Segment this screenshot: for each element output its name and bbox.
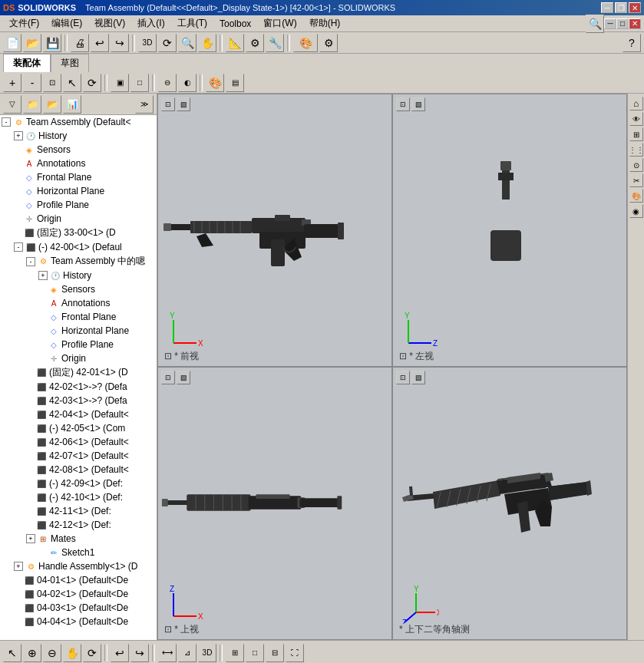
measure-button[interactable]: 📐: [226, 34, 244, 52]
minimize-button[interactable]: ─: [601, 2, 613, 13]
tree-item-sketch1[interactable]: ✏ Sketch1: [0, 546, 157, 559]
tree-item-p42-12[interactable]: ⬛ 42-12<1> (Def:: [0, 518, 157, 532]
rs-realview-btn[interactable]: ◉: [629, 204, 643, 218]
view-iso-display-btn[interactable]: ⊡: [396, 371, 410, 384]
tree-item-p42-04[interactable]: ⬛ 42-04<1> (Default<: [0, 407, 157, 421]
folder1-icon[interactable]: 📁: [23, 95, 41, 114]
tree-item-p42-07[interactable]: ⬛ 42-07<1> (Default<: [0, 449, 157, 463]
view-dynamic[interactable]: ◐: [178, 74, 197, 92]
view-left-wire-btn[interactable]: ▧: [411, 97, 425, 111]
tree-item-p42-05[interactable]: ⬛ (-) 42-05<1> (Com: [0, 421, 157, 435]
chart-icon[interactable]: 📊: [63, 95, 81, 114]
tab-drawing[interactable]: 草图: [51, 54, 89, 72]
tree-item-history2[interactable]: + 🕐 History: [0, 269, 157, 282]
redo-button[interactable]: ↪: [111, 34, 129, 52]
view-front[interactable]: ⊡ ▧: [157, 94, 392, 367]
new-button[interactable]: 📄: [3, 34, 21, 52]
tab-assembly[interactable]: 装配体: [3, 54, 51, 72]
pan-button[interactable]: ✋: [198, 34, 216, 52]
tree-item-p04-04[interactable]: ⬛ 04-04<1> (Default<De: [0, 615, 157, 628]
menu-tools[interactable]: 工具(T): [171, 15, 213, 31]
print-button[interactable]: 🖨: [71, 34, 89, 52]
view3d-button[interactable]: 3D: [138, 34, 157, 52]
view-zoom-in[interactable]: +: [3, 74, 21, 92]
restore-button[interactable]: ❐: [615, 2, 627, 13]
undo-button[interactable]: ↩: [91, 34, 109, 52]
rs-home-btn[interactable]: ⌂: [629, 97, 643, 110]
win-close[interactable]: ✕: [629, 18, 641, 29]
bt-add-rel[interactable]: ⊿: [178, 644, 197, 662]
tree-item-mates[interactable]: + ⊞ Mates: [0, 532, 157, 546]
expand-mates[interactable]: +: [26, 534, 35, 543]
view-color[interactable]: 🎨: [206, 74, 224, 92]
search-button[interactable]: 🔍: [586, 15, 604, 33]
view-left[interactable]: ⊡ ▧ Z: [392, 94, 627, 367]
view-front-wire-btn[interactable]: ▧: [177, 97, 190, 111]
tree-item-annotations2[interactable]: A Annotations: [0, 296, 157, 310]
win-max[interactable]: □: [616, 18, 629, 29]
view-top[interactable]: ⊡ ▧: [157, 367, 392, 640]
bt-zoom-out[interactable]: ⊖: [43, 644, 61, 662]
display-button[interactable]: 🎨: [293, 34, 318, 52]
bt-select[interactable]: ↖: [3, 644, 21, 662]
view-top-wire-btn[interactable]: ▧: [177, 371, 190, 384]
tree-item-profile2[interactable]: ◇ Profile Plane: [0, 338, 157, 351]
tree-item-profile1[interactable]: ◇ Profile Plane: [0, 198, 157, 212]
mate-button[interactable]: ⚙: [246, 34, 264, 52]
view-iso[interactable]: ⊡ ▧: [392, 367, 627, 640]
expand-history2[interactable]: +: [38, 271, 48, 280]
tree-item-origin2[interactable]: ✛ Origin: [0, 351, 157, 365]
bt-view1[interactable]: □: [246, 644, 264, 662]
tree-item-frontal1[interactable]: ◇ Frontal Plane: [0, 170, 157, 184]
menu-edit[interactable]: 编辑(E): [45, 15, 88, 31]
menu-file[interactable]: 文件(F): [3, 15, 45, 31]
options-button[interactable]: ⚙: [319, 34, 338, 52]
expand-handle[interactable]: +: [14, 562, 23, 571]
tree-item-subassy[interactable]: - ⚙ Team Assembly 中的嗯: [0, 254, 157, 269]
folder2-icon[interactable]: 📂: [43, 95, 61, 114]
view-front-display-btn[interactable]: ⊡: [161, 97, 175, 111]
tree-item-p04-03[interactable]: ⬛ 04-03<1> (Default<De: [0, 601, 157, 615]
bt-undo[interactable]: ↩: [111, 644, 129, 662]
win-min[interactable]: ─: [604, 18, 616, 29]
view-rotate[interactable]: ⟳: [83, 74, 101, 92]
menu-help[interactable]: 帮助(H): [303, 15, 347, 31]
zoom-button[interactable]: 🔍: [178, 34, 197, 52]
expand-history1[interactable]: +: [14, 131, 23, 140]
bt-3dsketch[interactable]: 3D: [198, 644, 216, 662]
tree-item-p42-02[interactable]: ⬛ 42-02<1>->? (Defa: [0, 380, 157, 394]
filter-icon[interactable]: ▽: [3, 95, 21, 114]
bt-rotate[interactable]: ⟳: [83, 644, 101, 662]
menu-view[interactable]: 视图(V): [88, 15, 131, 31]
tree-item-fixed33[interactable]: ⬛ (固定) 33-00<1> (D: [0, 226, 157, 240]
view-shaded[interactable]: ▣: [111, 74, 129, 92]
bt-view-split[interactable]: ⊟: [266, 644, 284, 662]
tree-item-p42-03[interactable]: ⬛ 42-03<1>->? (Defa: [0, 394, 157, 407]
tree-item-sensors1[interactable]: ◈ Sensors: [0, 143, 157, 157]
tree-item-root[interactable]: - ⚙ Team Assembly (Default<: [0, 115, 157, 129]
view-display[interactable]: ▤: [226, 74, 244, 92]
tree-item-history1[interactable]: + 🕐 History: [0, 129, 157, 143]
view-left-display-btn[interactable]: ⊡: [396, 97, 410, 111]
tree-item-p04-01[interactable]: ⬛ 04-01<1> (Default<De: [0, 573, 157, 587]
tree-item-p42-09[interactable]: ⬛ (-) 42-09<1> (Def:: [0, 477, 157, 490]
expand-panel-icon[interactable]: ≫: [135, 95, 154, 114]
open-button[interactable]: 📂: [23, 34, 41, 52]
expand-part42[interactable]: -: [14, 242, 23, 252]
tree-item-p42-01[interactable]: ⬛ (固定) 42-01<1> (D: [0, 365, 157, 380]
tree-item-sensors2[interactable]: ◈ Sensors: [0, 282, 157, 296]
menu-insert[interactable]: 插入(I): [131, 15, 170, 31]
view-section[interactable]: ⊖: [158, 74, 177, 92]
bt-view4[interactable]: ⊞: [226, 644, 244, 662]
tree-item-p42-08[interactable]: ⬛ 42-08<1> (Default<: [0, 463, 157, 477]
expand-root[interactable]: -: [2, 117, 11, 127]
close-button[interactable]: ✕: [629, 2, 641, 13]
tree-item-p42-10[interactable]: ⬛ (-) 42-10<1> (Def:: [0, 490, 157, 504]
tree-item-p42-11[interactable]: ⬛ 42-11<1> (Def:: [0, 504, 157, 518]
tree-item-handle[interactable]: + ⚙ Handle Assembly<1> (D: [0, 559, 157, 573]
rs-appearance-btn[interactable]: 🎨: [629, 189, 643, 203]
view-zoom-fit[interactable]: ⊡: [43, 74, 61, 92]
tree-item-origin1[interactable]: ✛ Origin: [0, 212, 157, 226]
rs-grid-btn[interactable]: ⋮⋮: [629, 143, 643, 157]
help-icon[interactable]: ?: [623, 34, 641, 52]
